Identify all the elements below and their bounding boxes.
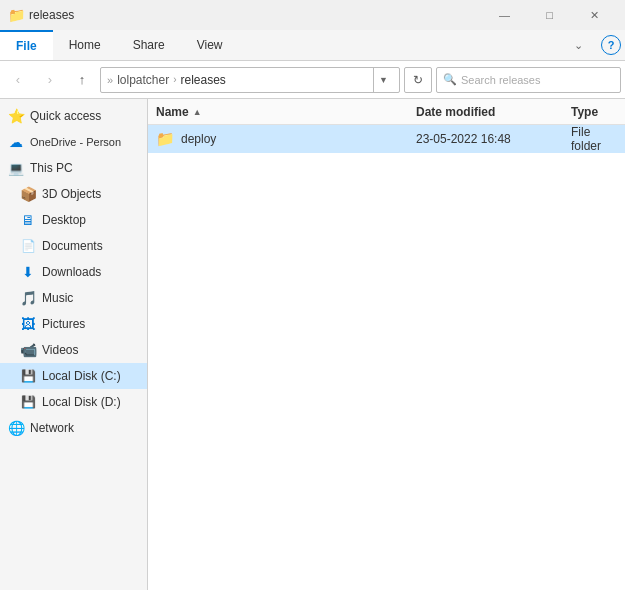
tab-home[interactable]: Home xyxy=(53,30,117,60)
column-name-header[interactable]: Name ▲ xyxy=(148,105,408,119)
sidebar-label-music: Music xyxy=(42,291,73,305)
sidebar-item-local-d[interactable]: 💾 Local Disk (D:) xyxy=(0,389,147,415)
sidebar-label-downloads: Downloads xyxy=(42,265,101,279)
tab-file[interactable]: File xyxy=(0,30,53,60)
sidebar-item-downloads[interactable]: ⬇ Downloads xyxy=(0,259,147,285)
title-bar-left: 📁 releases xyxy=(8,7,74,23)
sidebar-label-local-c: Local Disk (C:) xyxy=(42,369,121,383)
sidebar-label-local-d: Local Disk (D:) xyxy=(42,395,121,409)
desktop-icon: 🖥 xyxy=(20,212,36,228)
sidebar-item-music[interactable]: 🎵 Music xyxy=(0,285,147,311)
sidebar-label-network: Network xyxy=(30,421,74,435)
sidebar-item-network[interactable]: 🌐 Network xyxy=(0,415,147,441)
quick-access-icon: ⭐ xyxy=(8,108,24,124)
sidebar-item-this-pc[interactable]: 💻 This PC xyxy=(0,155,147,181)
videos-icon: 📹 xyxy=(20,342,36,358)
table-row[interactable]: 📁 deploy 23-05-2022 16:48 File folder xyxy=(148,125,625,153)
sidebar-label-pictures: Pictures xyxy=(42,317,85,331)
address-bar[interactable]: » lolpatcher › releases ▼ xyxy=(100,67,400,93)
music-icon: 🎵 xyxy=(20,290,36,306)
navigation-bar: ‹ › ↑ » lolpatcher › releases ▼ ↻ 🔍 Sear… xyxy=(0,61,625,99)
refresh-button[interactable]: ↻ xyxy=(404,67,432,93)
cell-name: 📁 deploy xyxy=(148,130,408,148)
sidebar-label-quick-access: Quick access xyxy=(30,109,101,123)
sort-arrow-icon: ▲ xyxy=(193,107,202,117)
cell-type: File folder xyxy=(563,125,625,153)
network-icon: 🌐 xyxy=(8,420,24,436)
col-type-label: Type xyxy=(571,105,598,119)
title-text: releases xyxy=(29,8,74,22)
local-d-icon: 💾 xyxy=(20,395,36,409)
file-header: Name ▲ Date modified Type xyxy=(148,99,625,125)
title-bar: 📁 releases — □ ✕ xyxy=(0,0,625,30)
column-date-header[interactable]: Date modified xyxy=(408,105,563,119)
sidebar-label-videos: Videos xyxy=(42,343,78,357)
column-type-header[interactable]: Type xyxy=(563,105,625,119)
folder-icon: 📁 xyxy=(156,130,175,148)
address-separator: » xyxy=(107,74,113,86)
sidebar-item-documents[interactable]: 📄 Documents xyxy=(0,233,147,259)
sidebar-label-3d-objects: 3D Objects xyxy=(42,187,101,201)
file-area: Name ▲ Date modified Type 📁 deploy 23-05… xyxy=(148,99,625,590)
sidebar-label-this-pc: This PC xyxy=(30,161,73,175)
back-button[interactable]: ‹ xyxy=(4,66,32,94)
search-bar[interactable]: 🔍 Search releases xyxy=(436,67,621,93)
cell-date: 23-05-2022 16:48 xyxy=(408,132,563,146)
address-dropdown-button[interactable]: ▼ xyxy=(373,67,393,93)
main-layout: ⭐ Quick access ☁ OneDrive - Person 💻 Thi… xyxy=(0,99,625,590)
sidebar-item-quick-access[interactable]: ⭐ Quick access xyxy=(0,103,147,129)
breadcrumb-sep: › xyxy=(173,74,176,85)
pictures-icon: 🖼 xyxy=(20,316,36,332)
onedrive-icon: ☁ xyxy=(8,134,24,150)
ribbon: File Home Share View ⌄ ? xyxy=(0,30,625,61)
sidebar-item-desktop[interactable]: 🖥 Desktop xyxy=(0,207,147,233)
help-button[interactable]: ? xyxy=(601,35,621,55)
3d-objects-icon: 📦 xyxy=(20,186,36,202)
sidebar-item-videos[interactable]: 📹 Videos xyxy=(0,337,147,363)
col-date-label: Date modified xyxy=(416,105,495,119)
breadcrumb-parent: lolpatcher xyxy=(117,73,169,87)
search-icon: 🔍 xyxy=(443,73,457,86)
forward-button[interactable]: › xyxy=(36,66,64,94)
sidebar-item-local-c[interactable]: 💾 Local Disk (C:) xyxy=(0,363,147,389)
sidebar-label-onedrive: OneDrive - Person xyxy=(30,136,121,148)
sidebar-label-desktop: Desktop xyxy=(42,213,86,227)
file-name: deploy xyxy=(181,132,216,146)
up-button[interactable]: ↑ xyxy=(68,66,96,94)
sidebar-label-documents: Documents xyxy=(42,239,103,253)
maximize-button[interactable]: □ xyxy=(527,0,572,30)
col-name-label: Name xyxy=(156,105,189,119)
downloads-icon: ⬇ xyxy=(20,264,36,280)
ribbon-collapse-button[interactable]: ⌄ xyxy=(556,30,601,60)
sidebar-item-onedrive[interactable]: ☁ OneDrive - Person xyxy=(0,129,147,155)
sidebar-item-3d-objects[interactable]: 📦 3D Objects xyxy=(0,181,147,207)
tab-view[interactable]: View xyxy=(181,30,239,60)
tab-share[interactable]: Share xyxy=(117,30,181,60)
title-bar-controls: — □ ✕ xyxy=(482,0,617,30)
minimize-button[interactable]: — xyxy=(482,0,527,30)
sidebar: ⭐ Quick access ☁ OneDrive - Person 💻 Thi… xyxy=(0,99,148,590)
title-icon: 📁 xyxy=(8,7,25,23)
ribbon-tabs: File Home Share View ⌄ ? xyxy=(0,30,625,60)
close-button[interactable]: ✕ xyxy=(572,0,617,30)
this-pc-icon: 💻 xyxy=(8,161,24,176)
documents-icon: 📄 xyxy=(20,239,36,253)
breadcrumb-current: releases xyxy=(181,73,226,87)
sidebar-item-pictures[interactable]: 🖼 Pictures xyxy=(0,311,147,337)
search-placeholder: Search releases xyxy=(461,74,541,86)
local-c-icon: 💾 xyxy=(20,369,36,383)
